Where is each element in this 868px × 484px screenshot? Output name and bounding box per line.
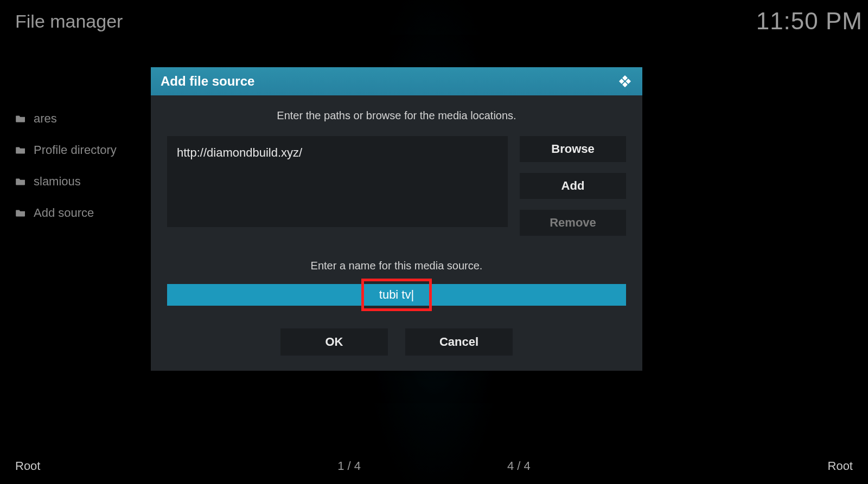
folder-icon xyxy=(15,209,26,217)
file-item-slamious[interactable]: slamious xyxy=(11,166,146,197)
svg-rect-1 xyxy=(626,79,631,84)
source-name-input[interactable]: tubi tv| xyxy=(167,284,626,306)
footer-count-right: 4 / 4 xyxy=(507,459,531,473)
footer-root-left: Root xyxy=(15,459,40,473)
footer-root-right: Root xyxy=(828,459,853,473)
file-item-ares[interactable]: ares xyxy=(11,103,146,134)
add-file-source-dialog: Add file source Enter the paths or brows… xyxy=(151,67,642,371)
path-input[interactable]: http://diamondbuild.xyz/ xyxy=(167,136,508,227)
paths-row: http://diamondbuild.xyz/ Browse Add Remo… xyxy=(167,136,626,236)
dialog-body: Enter the paths or browse for the media … xyxy=(151,95,642,371)
folder-icon xyxy=(15,177,26,186)
file-item-label: ares xyxy=(34,112,57,126)
kodi-logo-icon xyxy=(617,74,633,89)
footer-count-left: 1 / 4 xyxy=(337,459,361,473)
ok-button[interactable]: OK xyxy=(280,328,388,356)
footer-bar: Root 1 / 4 4 / 4 Root xyxy=(0,459,868,473)
path-side-buttons: Browse Add Remove xyxy=(520,136,626,236)
name-input-wrap: tubi tv| xyxy=(167,284,626,306)
file-item-label: Profile directory xyxy=(34,143,117,157)
footer-counts: 1 / 4 4 / 4 xyxy=(337,459,531,473)
cancel-button[interactable]: Cancel xyxy=(405,328,513,356)
file-item-add-source[interactable]: Add source xyxy=(11,197,146,229)
svg-rect-3 xyxy=(622,82,628,87)
folder-icon xyxy=(15,146,26,154)
source-name-value: tubi tv xyxy=(379,288,411,302)
text-cursor: | xyxy=(411,288,414,302)
path-value: http://diamondbuild.xyz/ xyxy=(177,146,302,159)
dialog-actions: OK Cancel xyxy=(167,328,626,356)
file-item-label: slamious xyxy=(34,175,81,189)
browse-button[interactable]: Browse xyxy=(520,136,626,162)
dialog-header: Add file source xyxy=(151,67,642,95)
add-button[interactable]: Add xyxy=(520,173,626,199)
file-item-label: Add source xyxy=(34,206,94,220)
svg-rect-2 xyxy=(619,79,624,84)
page-title: File manager xyxy=(15,11,123,32)
file-list-left: ares Profile directory slamious Add sour… xyxy=(11,103,146,229)
folder-icon xyxy=(15,114,26,123)
paths-hint: Enter the paths or browse for the media … xyxy=(167,109,626,122)
svg-rect-0 xyxy=(622,75,628,81)
name-hint: Enter a name for this media source. xyxy=(167,260,626,272)
file-item-profile-directory[interactable]: Profile directory xyxy=(11,134,146,166)
dialog-title: Add file source xyxy=(161,74,254,89)
clock: 11:50 PM xyxy=(756,8,863,35)
remove-button: Remove xyxy=(520,210,626,236)
header-bar: File manager 11:50 PM xyxy=(15,8,863,35)
